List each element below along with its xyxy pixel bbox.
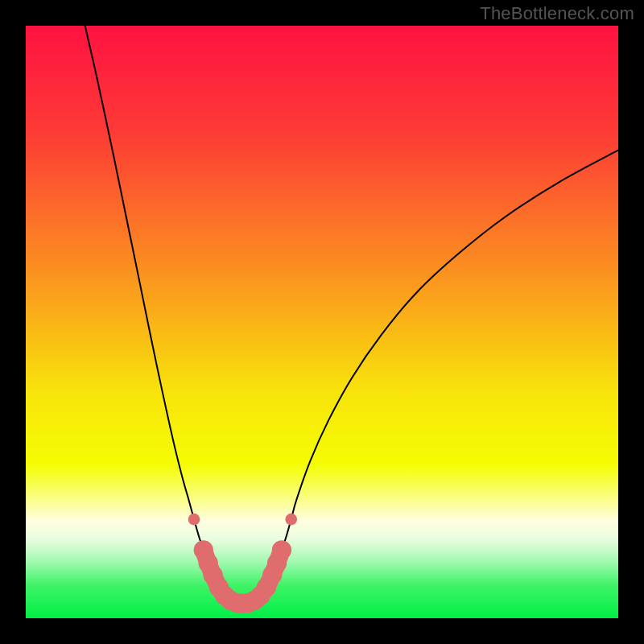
chart-frame: TheBottleneck.com (0, 0, 644, 644)
plot-area (26, 26, 618, 618)
highlight-valley-node (272, 540, 291, 559)
highlight-right-dot (285, 514, 297, 526)
gradient-background (26, 26, 618, 618)
bottleneck-chart (26, 26, 618, 618)
watermark-text: TheBottleneck.com (480, 3, 634, 24)
highlight-left-dot (188, 514, 200, 526)
